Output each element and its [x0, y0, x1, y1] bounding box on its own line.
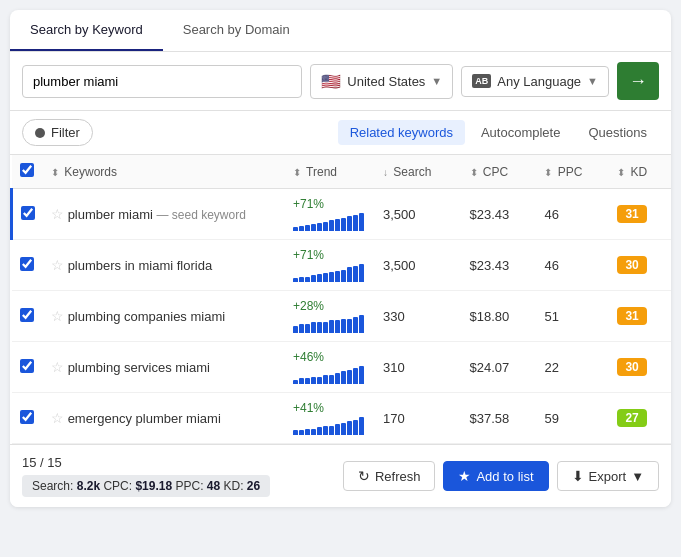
trend-bars — [293, 213, 367, 231]
star-icon[interactable]: ☆ — [51, 359, 64, 375]
trend-header[interactable]: ⬍ Trend — [285, 155, 375, 189]
trend-bar — [323, 273, 328, 282]
cpc-value: $37.58 — [462, 393, 537, 444]
ppc-value: 59 — [536, 393, 609, 444]
search-value: 3,500 — [375, 189, 462, 240]
cpc-value: $23.43 — [462, 240, 537, 291]
row-checkbox-cell[interactable] — [12, 240, 44, 291]
trend-bar — [341, 371, 346, 384]
trend-bar — [329, 375, 334, 384]
trend-cell: +71% — [285, 240, 375, 291]
trend-bar — [347, 319, 352, 333]
search-value: 310 — [375, 342, 462, 393]
search-button[interactable]: → — [617, 62, 659, 100]
select-all-header[interactable] — [12, 155, 44, 189]
row-checkbox[interactable] — [20, 308, 34, 322]
trend-bar — [317, 274, 322, 282]
star-icon[interactable]: ☆ — [51, 308, 64, 324]
trend-bar — [323, 426, 328, 435]
trend-bar — [347, 267, 352, 282]
kd-badge: 31 — [617, 307, 647, 325]
table-row: ☆ plumbing companies miami +28% 330 $18.… — [12, 291, 672, 342]
search-summary-value: 8.2k — [77, 479, 100, 493]
keyword-cell: ☆ emergency plumber miami — [43, 393, 285, 444]
add-to-list-button[interactable]: ★ Add to list — [443, 461, 548, 491]
pagination: 15 / 15 — [22, 455, 270, 470]
trend-bar — [347, 370, 352, 384]
table-row: ☆ plumber miami — seed keyword +71% 3,50… — [12, 189, 672, 240]
trend-bar — [305, 378, 310, 384]
language-dropdown[interactable]: AB Any Language ▼ — [461, 66, 609, 97]
trend-bar — [323, 322, 328, 333]
trend-value: +41% — [293, 401, 367, 415]
trend-bar — [353, 420, 358, 435]
trend-bar — [335, 424, 340, 435]
trend-bar — [335, 271, 340, 282]
keyword-cell: ☆ plumbing companies miami — [43, 291, 285, 342]
row-checkbox[interactable] — [20, 359, 34, 373]
refresh-button[interactable]: ↻ Refresh — [343, 461, 436, 491]
tab-keyword[interactable]: Search by Keyword — [10, 10, 163, 51]
row-checkbox[interactable] — [21, 206, 35, 220]
sort-icon: ⬍ — [293, 167, 301, 178]
row-checkbox[interactable] — [20, 257, 34, 271]
download-icon: ⬇ — [572, 468, 584, 484]
trend-bar — [323, 375, 328, 384]
trend-bar — [335, 219, 340, 231]
row-checkbox-cell[interactable] — [12, 342, 44, 393]
cpc-header[interactable]: ⬍ CPC — [462, 155, 537, 189]
trend-value: +46% — [293, 350, 367, 364]
export-button[interactable]: ⬇ Export ▼ — [557, 461, 659, 491]
star-icon[interactable]: ☆ — [51, 206, 64, 222]
table-row: ☆ plumbers in miami florida +71% 3,500 $… — [12, 240, 672, 291]
trend-bar — [329, 320, 334, 333]
trend-bar — [305, 324, 310, 333]
keyword-text: plumbing companies miami — [68, 309, 226, 324]
filter-button[interactable]: Filter — [22, 119, 93, 146]
search-value: 170 — [375, 393, 462, 444]
star-icon[interactable]: ☆ — [51, 410, 64, 426]
tab-related-keywords[interactable]: Related keywords — [338, 120, 465, 145]
trend-bar — [299, 277, 304, 282]
search-input[interactable] — [22, 65, 302, 98]
footer: 15 / 15 Search: 8.2k CPC: $19.18 PPC: 48… — [10, 444, 671, 507]
kd-header[interactable]: ⬍ KD — [609, 155, 671, 189]
trend-bar — [323, 222, 328, 231]
select-all-checkbox[interactable] — [20, 163, 34, 177]
row-checkbox-cell[interactable] — [12, 291, 44, 342]
chevron-down-icon: ▼ — [631, 469, 644, 484]
tab-autocomplete[interactable]: Autocomplete — [469, 120, 573, 145]
kd-badge: 27 — [617, 409, 647, 427]
search-header[interactable]: ↓ Search — [375, 155, 462, 189]
star-icon[interactable]: ☆ — [51, 257, 64, 273]
keywords-header[interactable]: ⬍ Keywords — [43, 155, 285, 189]
country-dropdown[interactable]: 🇺🇸 United States ▼ — [310, 64, 453, 99]
sort-down-icon: ↓ — [383, 167, 388, 178]
table-row: ☆ emergency plumber miami +41% 170 $37.5… — [12, 393, 672, 444]
cpc-value: $23.43 — [462, 189, 537, 240]
trend-cell: +41% — [285, 393, 375, 444]
trend-bar — [359, 315, 364, 333]
tab-domain[interactable]: Search by Domain — [163, 10, 310, 51]
ppc-header[interactable]: ⬍ PPC — [536, 155, 609, 189]
trend-bar — [299, 324, 304, 333]
keyword-text: plumbers in miami florida — [68, 258, 213, 273]
trend-bars — [293, 417, 367, 435]
row-checkbox[interactable] — [20, 410, 34, 424]
trend-bar — [341, 218, 346, 231]
row-checkbox-cell[interactable] — [12, 393, 44, 444]
trend-bar — [299, 378, 304, 384]
kd-summary-value: 26 — [247, 479, 260, 493]
ppc-value: 46 — [536, 240, 609, 291]
tab-questions[interactable]: Questions — [576, 120, 659, 145]
kd-cell: 30 — [609, 240, 671, 291]
trend-bar — [353, 317, 358, 333]
ppc-value: 46 — [536, 189, 609, 240]
summary-chip: Search: 8.2k CPC: $19.18 PPC: 48 KD: 26 — [22, 475, 270, 497]
row-checkbox-cell[interactable] — [12, 189, 44, 240]
country-label: United States — [347, 74, 425, 89]
sort-icon: ⬍ — [51, 167, 59, 178]
trend-bar — [353, 368, 358, 384]
trend-bar — [311, 224, 316, 231]
trend-bars — [293, 264, 367, 282]
